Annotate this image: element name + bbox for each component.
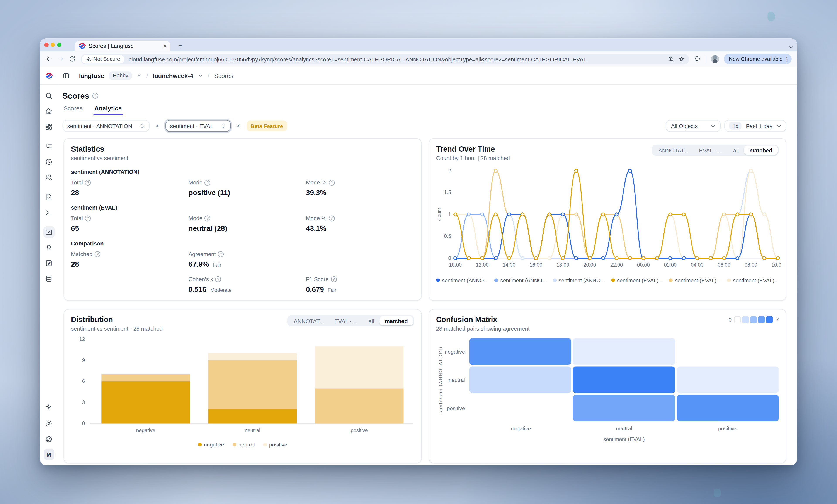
profile-avatar[interactable] — [711, 55, 719, 63]
ask-ai-sparkle-icon[interactable] — [43, 401, 55, 413]
comparison-section-heading: Comparison — [71, 240, 414, 246]
tab-close-icon[interactable] — [163, 43, 166, 49]
playground-terminal-icon[interactable] — [43, 206, 55, 218]
window-zoom-button[interactable] — [57, 43, 61, 47]
new-tab-button[interactable] — [176, 41, 185, 50]
tab-scores[interactable]: Scores — [63, 105, 84, 115]
range-shortcut-badge: 1d — [729, 122, 742, 130]
help-icon[interactable] — [205, 180, 211, 185]
address-bar[interactable]: Not Secure cloud.langfuse.com/project/cm… — [81, 54, 690, 64]
y-tick-label: 0 — [448, 255, 451, 261]
info-icon[interactable] — [92, 93, 98, 99]
trend-data-point — [561, 257, 564, 260]
users-icon[interactable] — [43, 171, 55, 183]
plan-badge[interactable]: Hobby — [109, 71, 132, 80]
trend-data-point — [561, 213, 564, 216]
browser-menu-icon[interactable] — [784, 56, 789, 62]
tab-analytics[interactable]: Analytics — [93, 105, 123, 115]
metric-label: Total — [71, 215, 83, 221]
toggle-all[interactable]: all — [728, 146, 744, 155]
prompts-icon[interactable] — [43, 191, 55, 203]
trend-data-point — [548, 213, 551, 216]
window-minimize-button[interactable] — [51, 43, 55, 47]
evals-lightbulb-icon[interactable] — [43, 242, 55, 253]
trend-data-point — [628, 257, 631, 260]
trend-data-point — [534, 257, 537, 260]
time-range-select[interactable]: 1d Past 1 day — [725, 120, 786, 132]
datasets-icon[interactable] — [43, 257, 55, 269]
back-icon[interactable] — [45, 56, 52, 62]
legend-label: positive — [269, 442, 287, 448]
objects-select[interactable]: All Objects — [666, 120, 721, 132]
metric-mode-eval: Mode neutral (28) — [188, 215, 306, 232]
remove-score2-icon[interactable] — [234, 122, 243, 130]
legend-dot-icon — [263, 443, 267, 447]
extensions-icon[interactable] — [694, 56, 701, 62]
chrome-update-label: New Chrome available — [729, 56, 783, 62]
confusion-row-label: neutral — [445, 366, 469, 393]
toggle-eval[interactable]: EVAL · ... — [329, 316, 363, 325]
user-avatar[interactable]: M — [43, 449, 54, 460]
breadcrumb-org[interactable]: langfuse — [79, 72, 104, 79]
help-icon[interactable] — [328, 215, 334, 221]
bookmark-star-icon[interactable] — [679, 56, 685, 62]
confusion-cell — [677, 338, 779, 365]
toggle-matched[interactable]: matched — [379, 316, 413, 325]
browser-tab[interactable]: Scores | Langfuse — [75, 40, 170, 51]
dashboards-icon[interactable] — [43, 120, 55, 132]
help-icon[interactable] — [94, 251, 101, 257]
bar-segment — [208, 353, 297, 360]
y-tick-label: 12 — [79, 336, 85, 342]
help-icon[interactable] — [85, 180, 91, 185]
metric-qualifier: Moderate — [210, 287, 231, 293]
home-icon[interactable] — [43, 105, 55, 117]
database-icon[interactable] — [43, 273, 55, 284]
zoom-icon[interactable] — [668, 56, 674, 62]
help-icon[interactable] — [218, 251, 224, 257]
wallpaper-shape — [768, 12, 775, 21]
help-icon[interactable] — [328, 180, 334, 185]
search-icon[interactable] — [43, 90, 55, 101]
metric-value: 28 — [71, 189, 79, 197]
chrome-update-button[interactable]: New Chrome available — [724, 54, 792, 64]
breadcrumb-project[interactable]: launchweek-4 — [153, 72, 193, 79]
toggle-matched[interactable]: matched — [744, 146, 778, 155]
trend-data-point — [723, 257, 726, 260]
legend-item: sentiment (ANNO... — [553, 277, 605, 283]
window-close-button[interactable] — [44, 43, 49, 47]
site-security-chip[interactable]: Not Secure — [82, 55, 124, 63]
toggle-annotation[interactable]: ANNOTAT... — [288, 316, 329, 325]
y-tick-label: 9 — [82, 357, 85, 363]
metric-matched: Matched 28 — [71, 251, 189, 268]
toggle-eval[interactable]: EVAL · ... — [694, 146, 728, 155]
warning-icon — [86, 56, 91, 61]
remove-score1-icon[interactable] — [153, 122, 161, 130]
toggle-annotation[interactable]: ANNOTAT... — [653, 146, 694, 155]
trend-data-point — [669, 257, 672, 260]
help-icon[interactable] — [85, 215, 91, 221]
confusion-row-label: positive — [445, 395, 469, 421]
sidebar-toggle-icon[interactable] — [63, 72, 70, 79]
tracing-icon[interactable] — [43, 140, 55, 152]
help-icon[interactable] — [205, 215, 211, 221]
forward-icon[interactable] — [57, 56, 64, 62]
x-tick-label: 16:00 — [530, 262, 542, 268]
org-chevron-down-icon[interactable] — [137, 73, 141, 78]
score2-select[interactable]: sentiment · EVAL — [165, 120, 230, 132]
help-icon[interactable] — [215, 276, 221, 282]
y-axis-label: Count — [437, 208, 442, 221]
project-chevron-down-icon[interactable] — [198, 73, 203, 78]
settings-gear-icon[interactable] — [43, 417, 55, 429]
breadcrumb-page: Scores — [214, 72, 233, 79]
trend-data-point — [696, 257, 699, 260]
scores-icon[interactable] — [43, 226, 55, 238]
toggle-all[interactable]: all — [363, 316, 379, 325]
trend-card: Trend Over Time Count by 1 hour | 28 mat… — [429, 138, 786, 301]
tab-search-icon[interactable] — [788, 42, 793, 52]
scale-square — [750, 316, 757, 323]
sessions-clock-icon[interactable] — [43, 156, 55, 168]
help-icon[interactable] — [331, 276, 337, 282]
reload-icon[interactable] — [69, 56, 76, 62]
score1-select[interactable]: sentiment · ANNOTATION — [63, 120, 149, 132]
support-lifebuoy-icon[interactable] — [43, 433, 55, 445]
